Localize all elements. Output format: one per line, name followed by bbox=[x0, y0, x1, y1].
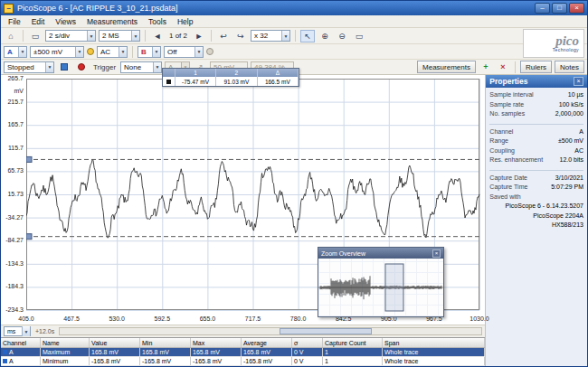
x-axis-tick-label: 780.0 bbox=[283, 315, 314, 322]
menu-help[interactable]: Help bbox=[172, 17, 198, 26]
channel-a-ruler-swatch bbox=[166, 80, 171, 84]
property-label: No. samples bbox=[489, 110, 525, 117]
pointer-tool-icon[interactable]: ↖ bbox=[300, 30, 315, 42]
toolbar-separator bbox=[211, 30, 212, 42]
zoom-out-icon[interactable]: ⊖ bbox=[335, 30, 349, 42]
zoom-in-icon[interactable]: ⊕ bbox=[318, 30, 332, 42]
zoom-factor-select[interactable]: x 32 ▼ bbox=[251, 30, 290, 42]
property-row: Range±500 mV bbox=[489, 137, 583, 147]
table-cell: 165.8 mV bbox=[140, 348, 191, 356]
notes-label: Notes bbox=[560, 63, 579, 71]
property-label: Coupling bbox=[489, 147, 515, 154]
trigger-mode-select[interactable]: None ▼ bbox=[120, 61, 162, 73]
y-axis-tick-label: -184.3 bbox=[1, 283, 24, 289]
table-cell: Maximum bbox=[41, 348, 90, 356]
property-value: HX588/213 bbox=[492, 221, 583, 228]
properties-separator bbox=[489, 170, 583, 171]
channel-cell-label: A bbox=[9, 358, 14, 364]
record-button[interactable] bbox=[74, 61, 89, 73]
x-axis-tick-label: 467.5 bbox=[56, 315, 87, 322]
table-cell: Whole trace bbox=[383, 348, 485, 356]
channel-b-range-select[interactable]: Off ▼ bbox=[164, 46, 204, 58]
stop-button[interactable] bbox=[57, 61, 71, 73]
measurement-row[interactable]: AMinimum-165.8 mV-165.8 mV-165.8 mV-165.… bbox=[1, 357, 485, 366]
y-axis-tick-label: -34.27 bbox=[1, 214, 24, 221]
menu-views[interactable]: Views bbox=[50, 17, 81, 26]
x-unit-select[interactable]: ms ▼ bbox=[4, 326, 31, 336]
scrollbar-thumb[interactable] bbox=[280, 328, 373, 334]
scope-view: 1 2 Δ -75.47 mV 91.03 mV 166.5 mV mV 265… bbox=[1, 75, 485, 366]
probe-b-icon[interactable] bbox=[206, 48, 213, 55]
table-cell: 0 V bbox=[292, 348, 323, 356]
pico-logo-tagline: Technology bbox=[553, 47, 579, 52]
ruler-value-delta: 166.5 mV bbox=[258, 77, 299, 86]
rulers-button[interactable]: Rulers bbox=[520, 61, 552, 73]
properties-separator bbox=[489, 124, 583, 125]
overview-view-rectangle[interactable] bbox=[385, 264, 403, 311]
buffer-size-select[interactable]: 2 MS ▼ bbox=[99, 30, 140, 42]
y-axis-tick-label: -84.27 bbox=[1, 237, 24, 243]
x-unit-value: ms bbox=[7, 328, 15, 334]
measurement-row[interactable]: AMaximum165.8 mV165.8 mV165.8 mV165.8 mV… bbox=[1, 348, 485, 357]
properties-title: Properties bbox=[489, 77, 527, 86]
close-icon[interactable]: × bbox=[569, 3, 584, 14]
channel-a-coupling-select[interactable]: AC ▼ bbox=[97, 46, 128, 58]
table-cell: 165.8 mV bbox=[90, 348, 140, 356]
overview-waveform bbox=[320, 276, 441, 299]
undo-zoom-icon[interactable]: ↩ bbox=[216, 30, 231, 42]
property-row: No. samples2,000,000 bbox=[489, 110, 583, 120]
channel-a-range-value: ±500 mV bbox=[33, 48, 62, 56]
app-icon: ~ bbox=[4, 4, 14, 14]
chevron-down-icon: ▼ bbox=[281, 31, 289, 41]
horizontal-scrollbar[interactable] bbox=[59, 327, 482, 335]
timebase-select[interactable]: 2 s/div ▼ bbox=[45, 30, 96, 42]
delete-measurement-icon[interactable]: × bbox=[496, 61, 510, 73]
property-row: Res. enhancement12.0 bits bbox=[489, 156, 583, 166]
minimize-icon[interactable]: – bbox=[535, 3, 550, 14]
marquee-zoom-icon[interactable]: ▭ bbox=[352, 30, 366, 42]
table-header-row: ChannelNameValueMinMaxAverageσCapture Co… bbox=[1, 338, 485, 348]
zoom-overview-close-icon[interactable]: × bbox=[432, 249, 441, 258]
chevron-down-icon: ▼ bbox=[194, 47, 203, 57]
channel-b-button[interactable]: B ▼ bbox=[138, 46, 161, 58]
menu-measurements[interactable]: Measurements bbox=[81, 17, 143, 26]
zoom-overview-window[interactable]: Zoom Overview × bbox=[318, 247, 444, 317]
zoom-overview-titlebar[interactable]: Zoom Overview × bbox=[318, 248, 443, 259]
toolbar-separator bbox=[132, 46, 133, 58]
screen-mode-icon[interactable]: ▭ bbox=[28, 30, 43, 42]
channel-a-range-select[interactable]: ±500 mV ▼ bbox=[30, 46, 84, 58]
signal-ruler-handle-1[interactable] bbox=[26, 156, 32, 162]
home-button[interactable]: ⌂ bbox=[4, 30, 18, 42]
zoom-factor-value: x 32 bbox=[254, 32, 268, 40]
toolbar-channels: A ▼ ±500 mV ▼ AC ▼ B ▼ Off ▼ bbox=[1, 44, 587, 60]
timebase-value: 2 s/div bbox=[49, 32, 70, 40]
channel-a-swatch bbox=[3, 350, 7, 354]
property-value: ±500 mV bbox=[511, 137, 583, 144]
prev-buffer-icon[interactable]: ◄ bbox=[150, 30, 165, 42]
table-cell: Whole trace bbox=[383, 357, 485, 365]
next-buffer-icon[interactable]: ► bbox=[192, 30, 206, 42]
properties-close-icon[interactable]: × bbox=[574, 77, 583, 86]
menu-tools[interactable]: Tools bbox=[143, 17, 172, 26]
property-value: 5:07:29 PM bbox=[530, 184, 583, 190]
redo-zoom-icon[interactable]: ↪ bbox=[233, 30, 248, 42]
zoom-overview-title: Zoom Overview bbox=[321, 250, 365, 257]
ruler-value-1: -75.47 mV bbox=[175, 77, 216, 86]
trigger-mode-value: None bbox=[124, 63, 141, 71]
ruler-header-delta: Δ bbox=[258, 69, 299, 77]
add-measurement-icon[interactable]: + bbox=[479, 61, 493, 73]
property-label: Sample rate bbox=[489, 101, 524, 108]
run-mode-select[interactable]: Stopped ▼ bbox=[4, 61, 54, 73]
table-cell: -165.8 mV bbox=[242, 357, 292, 365]
measurements-button[interactable]: Measurements bbox=[417, 61, 476, 73]
probe-a-icon[interactable] bbox=[87, 48, 94, 55]
channel-a-button[interactable]: A ▼ bbox=[4, 46, 27, 58]
y-axis-tick-label: 115.7 bbox=[1, 145, 24, 151]
menu-edit[interactable]: Edit bbox=[26, 17, 51, 26]
pico-logo-text: pico bbox=[555, 34, 579, 47]
notes-button[interactable]: Notes bbox=[555, 61, 584, 73]
maximize-icon[interactable]: □ bbox=[552, 3, 567, 14]
y-axis-tick-label: 65.73 bbox=[1, 167, 24, 174]
signal-ruler-handle-2[interactable] bbox=[26, 234, 32, 240]
menu-file[interactable]: File bbox=[3, 17, 26, 26]
